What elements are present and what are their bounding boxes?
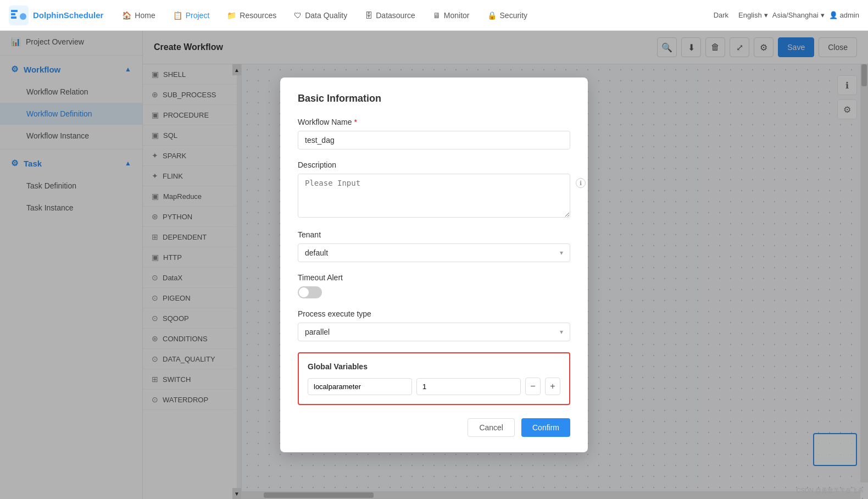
lang-arrow-icon: ▾ — [764, 11, 768, 19]
workflow-name-group: Workflow Name * — [298, 118, 570, 149]
workflow-name-input[interactable] — [298, 131, 570, 149]
logo-icon — [9, 5, 29, 25]
description-info-icon[interactable]: ℹ — [576, 178, 586, 188]
language-btn[interactable]: English ▾ — [738, 11, 768, 19]
tenant-group: Tenant default ▾ — [298, 230, 570, 262]
svg-rect-2 — [11, 13, 15, 15]
nav-home[interactable]: 🏠 Home — [114, 8, 163, 23]
home-icon: 🏠 — [122, 11, 131, 20]
confirm-button[interactable]: Confirm — [521, 418, 570, 437]
nav-right: Dark English ▾ Asia/Shanghai ▾ 👤 admin — [708, 9, 859, 21]
top-navigation: DolphinScheduler 🏠 Home 📋 Project 📁 Reso… — [0, 0, 868, 31]
description-textarea[interactable] — [298, 174, 570, 218]
cancel-button[interactable]: Cancel — [468, 418, 515, 437]
timeout-alert-group: Timeout Alert — [298, 273, 570, 298]
timezone-btn[interactable]: Asia/Shanghai ▾ — [772, 11, 825, 19]
process-execute-group: Process execute type parallel ▾ — [298, 309, 570, 341]
logo-text: DolphinScheduler — [33, 10, 103, 20]
project-icon: 📋 — [173, 11, 182, 20]
modal-title: Basic Information — [298, 93, 570, 104]
tenant-select-arrow: ▾ — [560, 249, 563, 257]
nav-project[interactable]: 📋 Project — [165, 8, 218, 23]
timeout-alert-toggle[interactable] — [298, 286, 322, 298]
modal-overlay: Basic Information Workflow Name * Descri… — [0, 31, 868, 499]
global-vars-title: Global Variables — [308, 362, 560, 371]
svg-point-4 — [20, 13, 26, 20]
timeout-alert-label: Timeout Alert — [298, 273, 570, 282]
modal-footer: Cancel Confirm — [298, 418, 570, 437]
process-execute-label: Process execute type — [298, 309, 570, 318]
nav-datasource[interactable]: 🗄 Datasource — [357, 8, 423, 23]
toggle-thumb — [299, 287, 309, 297]
logo: DolphinScheduler — [9, 5, 103, 25]
svg-rect-3 — [11, 16, 16, 19]
resources-icon: 📁 — [227, 11, 236, 20]
nav-monitor[interactable]: 🖥 Monitor — [425, 8, 477, 23]
var-value-input[interactable] — [416, 378, 521, 395]
var-minus-btn[interactable]: − — [525, 378, 541, 395]
nav-security[interactable]: 🔒 Security — [480, 8, 536, 23]
dark-mode-btn[interactable]: Dark — [708, 9, 734, 21]
process-execute-arrow: ▾ — [560, 328, 563, 336]
security-icon: 🔒 — [487, 11, 497, 20]
workflow-name-label: Workflow Name * — [298, 118, 570, 126]
monitor-icon: 🖥 — [433, 11, 441, 20]
var-name-input[interactable] — [308, 378, 412, 395]
process-execute-select[interactable]: parallel ▾ — [298, 323, 570, 341]
global-variables-section: Global Variables − + — [298, 352, 570, 405]
nav-data-quality[interactable]: 🛡 Data Quality — [286, 8, 355, 23]
global-vars-row: − + — [308, 378, 560, 395]
user-menu-btn[interactable]: 👤 admin — [829, 11, 859, 19]
nav-resources[interactable]: 📁 Resources — [219, 8, 284, 23]
basic-info-modal: Basic Information Workflow Name * Descri… — [280, 77, 588, 452]
description-label: Description — [298, 160, 570, 169]
description-group: Description ℹ — [298, 160, 570, 219]
user-avatar-icon: 👤 — [829, 11, 838, 19]
data-quality-icon: 🛡 — [294, 11, 302, 20]
datasource-icon: 🗄 — [365, 11, 372, 20]
var-plus-btn[interactable]: + — [545, 378, 560, 395]
tenant-label: Tenant — [298, 230, 570, 239]
required-star: * — [354, 118, 357, 126]
tenant-select[interactable]: default ▾ — [298, 243, 570, 262]
svg-rect-1 — [11, 10, 18, 12]
watermark: CSDN @勇敢羊羊在飞杀 — [797, 486, 864, 495]
description-field-wrapper: ℹ — [298, 174, 570, 219]
timezone-arrow-icon: ▾ — [821, 11, 825, 19]
